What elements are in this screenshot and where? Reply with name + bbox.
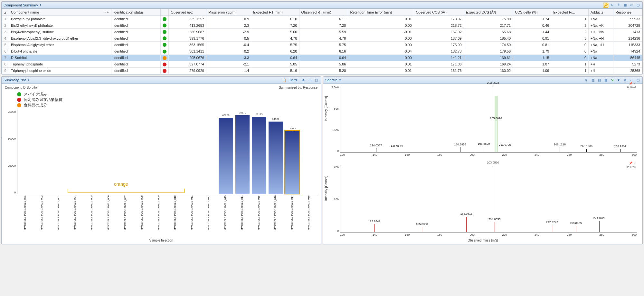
table-header-cell[interactable]	[161, 9, 169, 16]
bar-column[interactable]	[52, 110, 68, 194]
move-icon[interactable]: ✥	[622, 77, 628, 83]
legend-dot-icon	[17, 103, 21, 107]
table-header-cell[interactable]: Response	[613, 9, 642, 16]
spectrum-pin-close[interactable]: 📌 ✕	[629, 162, 636, 165]
chart-type-dropdown[interactable]: Bar ▼	[288, 77, 299, 83]
grid-icon[interactable]: ▦	[622, 3, 628, 8]
x-tick-label: MMCC ELS POS 170821_009	[151, 195, 167, 237]
maximize-icon[interactable]: ▢	[314, 77, 319, 83]
bar-column[interactable]: 70570	[234, 110, 251, 194]
spectrum-pin-close[interactable]: 📌 ✕	[629, 82, 636, 85]
x-tick: 220	[502, 233, 507, 238]
spectrum-peak	[495, 222, 495, 232]
spectrum-plot[interactable]: 📌 ✕8.16e67.5e65e62.5e60Intensity [Counts…	[326, 86, 640, 163]
table-cell: 185.40	[464, 35, 513, 42]
bar-column[interactable]	[301, 110, 317, 194]
maximize-icon[interactable]: ▢	[635, 77, 640, 83]
bar-chart[interactable]: Response 7500050000250000 orange 6829870…	[4, 110, 318, 194]
bar-column[interactable]	[85, 110, 101, 194]
key-icon[interactable]: 🔑	[603, 3, 608, 8]
copy-icon[interactable]: 📋	[282, 77, 287, 83]
spectrum-plot[interactable]: 📌 ✕2.17e62e61e60Intensity [Counts]122.92…	[326, 165, 640, 242]
table-row[interactable]: 6Dibutyl phthalateIdentified301.14110.26…	[2, 48, 642, 54]
legend-label: 同定済み遍在汚染物質	[24, 97, 62, 102]
chevron-down-icon[interactable]: ▼	[616, 77, 621, 83]
table-header-cell[interactable]: Adducts	[589, 9, 613, 16]
table-header-cell[interactable]: Mass error (ppm)	[206, 9, 251, 16]
peak-label: 155.0330	[416, 222, 428, 226]
table-cell: 56445	[613, 54, 642, 61]
minimize-icon[interactable]: ▭	[629, 3, 634, 8]
chevron-down-icon: ▼	[339, 79, 341, 82]
bar-column[interactable]	[185, 110, 201, 194]
table-header-cell[interactable]: Observed RT (min)	[299, 9, 348, 16]
table-row[interactable]: 7D-SorbitolIdentified205.0676-3.30.640.6…	[2, 54, 642, 61]
table-cell: 157.92	[414, 29, 464, 35]
x-tick-label: MMCC ELS POS 170821_018	[301, 195, 317, 237]
table-header-cell[interactable]: Expected CCS (Å²)	[464, 9, 513, 16]
spectrum-peak	[422, 227, 422, 232]
spectrum-plot-area: 124.0387138.0544180.8955196.8690203.0523…	[340, 86, 637, 153]
table-row[interactable]: 2Bis(2-ethylhexyl) phthalateIdentified41…	[2, 22, 642, 29]
summary-plot-title[interactable]: Summary Plot ▼	[4, 78, 30, 82]
table-cell: 0.00	[348, 22, 414, 29]
table-header-cell[interactable]: ◢	[2, 9, 9, 16]
spectrum-peak	[576, 226, 576, 232]
bar-column[interactable]	[35, 110, 52, 194]
bar-column[interactable]	[201, 110, 217, 194]
table-header-cell[interactable]: Observed m/z	[169, 9, 206, 16]
table-cell: 175.90	[414, 42, 464, 48]
table-header-cell[interactable]: Identification status	[111, 9, 160, 16]
table-row[interactable]: 9Triphenylphosphine oxideIdentified279.0…	[2, 67, 642, 74]
bar-column[interactable]	[168, 110, 184, 194]
table-cell: 0	[551, 48, 589, 54]
spectra-title[interactable]: Spectra ▼	[325, 78, 341, 82]
move-icon[interactable]: ✥	[301, 77, 306, 83]
table-row[interactable]: 8Triphenyl phosphateIdentified327.0774-2…	[2, 61, 642, 67]
panel-title-text: Spectra	[325, 78, 337, 82]
tool4-icon[interactable]: ▦	[603, 77, 608, 83]
y-tick: 5e6	[334, 107, 339, 110]
peak-label: 203.0520	[487, 161, 499, 164]
tool3-icon[interactable]: ▤	[597, 77, 602, 83]
table-header-cell[interactable]: CCS delta (%)	[513, 9, 551, 16]
table-cell: 9	[2, 67, 9, 74]
x-tick-label: MMCC ELS POS 170821_013	[217, 195, 233, 237]
bar-column[interactable]	[69, 110, 85, 194]
table-header-cell[interactable]: Expected Fr...	[551, 9, 589, 16]
table-header-cell[interactable]: Expected RT (min)	[251, 9, 299, 16]
table-row[interactable]: 5Bisphenol A diglycidyl etherIdentified3…	[2, 42, 642, 48]
tool2-icon[interactable]: ▥	[590, 77, 595, 83]
bar-column[interactable]: 64687	[268, 110, 284, 194]
table-cell: 0.46	[513, 22, 551, 29]
bar-column[interactable]	[102, 110, 118, 194]
bar-column[interactable]: 68298	[218, 110, 234, 194]
bar-column[interactable]	[152, 110, 168, 194]
bar-column[interactable]	[19, 110, 35, 194]
table-header-cell[interactable]: Retention Time Error (min)	[348, 9, 414, 16]
component-label: Component: D-Sorbitol	[5, 86, 38, 89]
tool1-icon[interactable]: ⎘	[584, 77, 589, 83]
bar-column[interactable]: 56445	[284, 110, 300, 194]
table-header-cell[interactable]: Observed CCS (Å²)	[414, 9, 464, 16]
bar-column[interactable]: 69113	[251, 110, 267, 194]
bar-column[interactable]	[118, 110, 134, 194]
table-row[interactable]: 4Bisphenol A bis(2,3- dihydroxypropyl) e…	[2, 35, 642, 42]
bar-column[interactable]	[135, 110, 151, 194]
hash-icon[interactable]: #	[616, 3, 621, 8]
export-icon[interactable]: ⇲	[610, 77, 615, 83]
component-summary-title[interactable]: Component Summary ▼	[4, 3, 42, 7]
legend-dot-icon	[17, 92, 21, 96]
table-cell: 5.85	[251, 61, 299, 67]
table-header-cell[interactable]: Component name 1 ▲	[9, 9, 111, 16]
refresh-icon[interactable]: ↻	[610, 3, 615, 8]
table-row[interactable]: 1Benzyl butyl phthalateIdentified335.125…	[2, 16, 642, 22]
table-cell: 0.2	[206, 48, 251, 54]
maximize-icon[interactable]: ▢	[635, 3, 640, 8]
table-cell	[161, 35, 169, 42]
table-cell: +Na	[589, 16, 613, 22]
table-cell: 1	[551, 61, 589, 67]
table-cell: +Na, +H	[589, 42, 613, 48]
table-row[interactable]: 3Bis(4-chlorophenyl) sulfoneIdentified28…	[2, 29, 642, 35]
minimize-icon[interactable]: ▭	[307, 77, 312, 83]
